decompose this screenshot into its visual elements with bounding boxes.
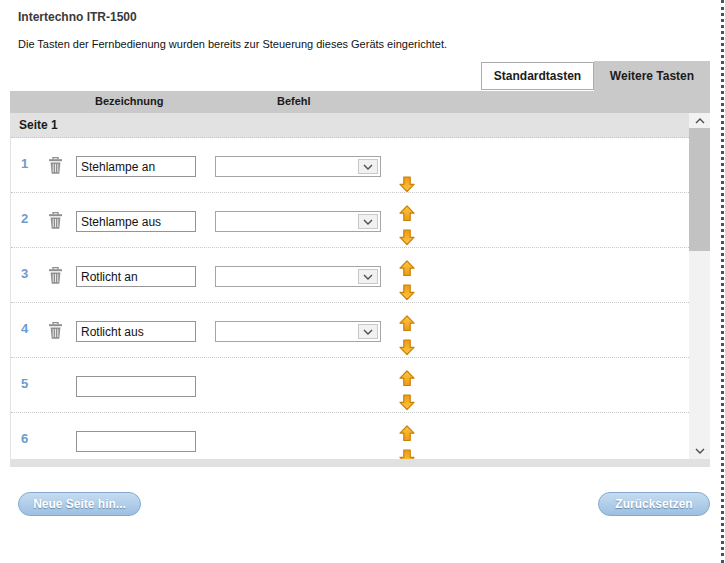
row-number: 1: [21, 156, 41, 171]
move-down-arrow-icon[interactable]: [399, 339, 415, 356]
table-row: 1: [11, 138, 689, 193]
move-down-arrow-icon[interactable]: [399, 176, 415, 193]
move-up-arrow-icon[interactable]: [399, 425, 415, 442]
befehl-select[interactable]: [215, 211, 381, 232]
move-up-arrow-icon[interactable]: [399, 315, 415, 332]
table-row: 4: [11, 303, 689, 358]
bezeichnung-input[interactable]: [76, 376, 196, 397]
move-down-arrow-icon[interactable]: [399, 394, 415, 411]
row-number: 5: [21, 376, 41, 391]
row-number: 4: [21, 321, 41, 336]
reset-button[interactable]: Zurücksetzen: [598, 492, 710, 516]
scrollbar-up-icon[interactable]: [689, 113, 710, 129]
row-number: 6: [21, 431, 41, 446]
column-header-bezeichnung: Bezeichnung: [95, 95, 163, 107]
trash-icon[interactable]: [47, 211, 64, 230]
page-subtitle: Die Tasten der Fernbedienung wurden bere…: [18, 38, 447, 50]
move-up-arrow-icon[interactable]: [399, 260, 415, 277]
button-list-scroll-area: Seite 1 1 2 3: [10, 113, 710, 459]
row-number: 2: [21, 211, 41, 226]
scrollbar-down-icon[interactable]: [689, 443, 710, 459]
trash-icon[interactable]: [47, 321, 64, 340]
bezeichnung-input[interactable]: [76, 266, 196, 287]
page-title: Intertechno ITR-1500: [18, 10, 137, 24]
befehl-select[interactable]: [215, 156, 381, 177]
move-up-arrow-icon[interactable]: [399, 205, 415, 222]
select-chevron-down-icon[interactable]: [358, 269, 378, 284]
bezeichnung-input[interactable]: [76, 211, 196, 232]
device-button-config-panel: Intertechno ITR-1500 Die Tasten der Fern…: [0, 0, 725, 563]
tab-weitere-tasten[interactable]: Weitere Tasten: [594, 61, 710, 91]
table-row: 2: [11, 193, 689, 248]
move-down-arrow-icon[interactable]: [399, 449, 415, 459]
row-number: 3: [21, 266, 41, 281]
scrollbar-thumb[interactable]: [689, 128, 710, 251]
bezeichnung-input[interactable]: [76, 156, 196, 177]
trash-icon[interactable]: [47, 156, 64, 175]
column-header-befehl: Befehl: [277, 95, 311, 107]
table-row: 3: [11, 248, 689, 303]
befehl-select[interactable]: [215, 266, 381, 287]
move-up-arrow-icon[interactable]: [399, 370, 415, 387]
table-row: 5: [11, 358, 689, 413]
tab-standardtasten[interactable]: Standardtasten: [481, 62, 594, 90]
table-column-header-bar: Bezeichnung Befehl: [10, 91, 710, 113]
table-row: 6: [11, 413, 689, 459]
select-chevron-down-icon[interactable]: [358, 159, 378, 174]
bezeichnung-input[interactable]: [76, 321, 196, 342]
trash-icon[interactable]: [47, 266, 64, 285]
list-bottom-edge: [10, 459, 710, 467]
move-down-arrow-icon[interactable]: [399, 229, 415, 246]
new-page-button[interactable]: Neue Seite hin...: [18, 492, 141, 516]
move-down-arrow-icon[interactable]: [399, 284, 415, 301]
select-chevron-down-icon[interactable]: [358, 324, 378, 339]
page-right-dotted-border: [721, 0, 724, 563]
section-header-seite-1: Seite 1: [11, 113, 689, 138]
bezeichnung-input[interactable]: [76, 431, 196, 452]
select-chevron-down-icon[interactable]: [358, 214, 378, 229]
befehl-select[interactable]: [215, 321, 381, 342]
vertical-scrollbar[interactable]: [689, 113, 710, 459]
